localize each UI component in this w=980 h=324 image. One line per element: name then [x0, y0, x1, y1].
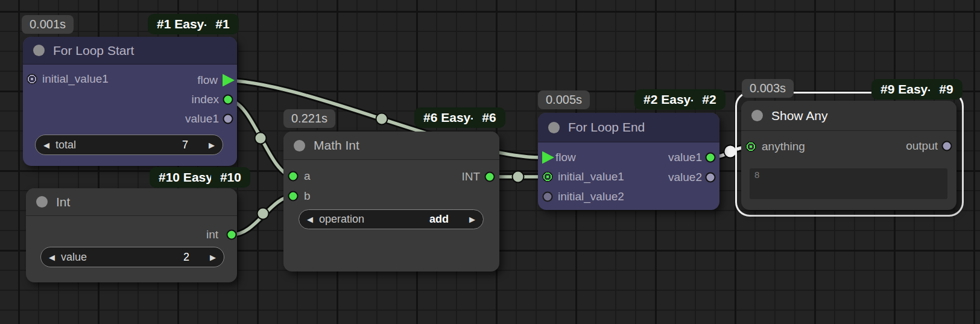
output-label: INT — [461, 170, 480, 183]
stepper-left-icon[interactable]: ◀ — [43, 141, 49, 149]
stepper-right-icon[interactable]: ▶ — [469, 215, 475, 223]
node-math-int[interactable]: Math Int a b INT ◀ operation add ▶ — [283, 132, 499, 272]
node-id-badge-short: #1 — [206, 14, 238, 34]
output-port-value1[interactable] — [223, 114, 233, 124]
node-title: Int — [56, 195, 70, 209]
badge-group-for-loop-end: #2 Easy- #2 — [634, 89, 726, 110]
output-label: value2 — [668, 171, 702, 184]
stepper-right-icon[interactable]: ▶ — [210, 253, 216, 261]
widget-value: add — [429, 213, 449, 226]
input-port-flow-icon[interactable] — [542, 151, 554, 164]
output-label: index — [192, 93, 219, 106]
link-midpoint-dot[interactable] — [258, 208, 269, 220]
collapse-dot[interactable] — [294, 140, 305, 151]
node-for-loop-end[interactable]: For Loop End flow initial_value1 initial… — [538, 113, 719, 210]
timing-badge-math-int: 0.221s — [283, 109, 335, 128]
link-midpoint-dot[interactable] — [255, 133, 267, 144]
output-label: value1 — [668, 151, 702, 164]
link-midpoint-dot[interactable] — [376, 113, 388, 125]
input-label: anything — [762, 140, 805, 153]
badge-group-int: #10 Easy #10 — [150, 167, 250, 188]
input-port-a[interactable] — [288, 171, 299, 182]
output-port-flow-icon[interactable] — [223, 74, 235, 87]
output-label: value1 — [185, 112, 219, 125]
node-id-badge-short: #6 — [473, 107, 505, 128]
display-value: 8 — [754, 170, 759, 180]
timing-badge-for-loop-start: 0.001s — [22, 15, 74, 34]
timing-badge-for-loop-end: 0.005s — [538, 91, 590, 109]
input-port-b[interactable] — [288, 191, 299, 202]
output-port-value1[interactable] — [706, 153, 716, 163]
badge-group-for-loop-start: #1 Easy- #1 — [148, 14, 239, 34]
node-title: For Loop Start — [53, 43, 134, 58]
widget-total[interactable]: ◀ total 7 ▶ — [35, 135, 223, 155]
output-label: flow — [197, 74, 218, 87]
node-title: For Loop End — [568, 120, 645, 135]
widget-label: value — [61, 251, 183, 264]
node-id-badge-short: #2 — [693, 89, 725, 110]
collapse-dot[interactable] — [36, 196, 48, 208]
output-port-output[interactable] — [942, 141, 952, 151]
node-header: Int — [26, 188, 237, 216]
output-label: int — [206, 228, 218, 241]
stepper-left-icon[interactable]: ◀ — [49, 253, 55, 261]
output-port-INT[interactable] — [485, 172, 495, 182]
input-label: initial_value1 — [42, 72, 109, 86]
widget-label: total — [55, 139, 182, 151]
widget-label: operation — [319, 213, 429, 226]
badge-group-math-int: #6 Easy- #6 — [414, 107, 505, 128]
input-label: initial_value1 — [558, 170, 624, 183]
collapse-dot[interactable] — [751, 110, 763, 121]
node-header: For Loop Start — [23, 37, 237, 65]
output-label: output — [906, 139, 938, 153]
input-label: flow — [555, 151, 576, 164]
node-id-badge-short: #9 — [930, 79, 962, 100]
widget-operation[interactable]: ◀ operation add ▶ — [299, 209, 484, 229]
timing-badge-show-any: 0.003s — [742, 79, 794, 98]
stepper-right-icon[interactable]: ▶ — [209, 141, 215, 149]
input-port-anything[interactable] — [746, 142, 756, 152]
node-graph-canvas[interactable]: For Loop Start initial_value1 flow index… — [0, 0, 980, 324]
node-int[interactable]: Int int ◀ value 2 ▶ — [26, 188, 237, 282]
input-port-initial_value1[interactable] — [27, 74, 37, 84]
link-midpoint-dot[interactable] — [513, 171, 524, 183]
input-port-initial_value2[interactable] — [543, 192, 553, 202]
collapse-dot[interactable] — [548, 122, 560, 133]
input-port-initial_value1[interactable] — [543, 172, 553, 182]
output-port-index[interactable] — [223, 95, 233, 105]
display-value-box[interactable]: 8 — [750, 168, 947, 199]
widget-value[interactable]: ◀ value 2 ▶ — [40, 247, 224, 267]
output-port-int[interactable] — [227, 230, 237, 240]
node-header: For Loop End — [538, 113, 719, 142]
input-label: initial_value2 — [558, 190, 624, 203]
node-title: Show Any — [771, 109, 827, 123]
node-header: Math Int — [283, 132, 499, 160]
widget-value: 2 — [183, 251, 189, 264]
input-label: a — [304, 170, 311, 183]
node-id-badge-short: #10 — [211, 167, 250, 188]
output-port-value2[interactable] — [706, 173, 716, 183]
node-title: Math Int — [314, 138, 359, 153]
node-for-loop-start[interactable]: For Loop Start initial_value1 flow index… — [23, 37, 237, 166]
widget-value: 7 — [182, 139, 188, 151]
collapse-dot[interactable] — [33, 45, 45, 56]
node-header: Show Any — [741, 101, 956, 131]
badge-group-show-any: #9 Easy- #9 — [871, 79, 963, 100]
input-label: b — [304, 189, 311, 203]
stepper-left-icon[interactable]: ◀ — [307, 215, 313, 223]
node-show-any[interactable]: Show Any anything output 8 — [741, 101, 956, 210]
